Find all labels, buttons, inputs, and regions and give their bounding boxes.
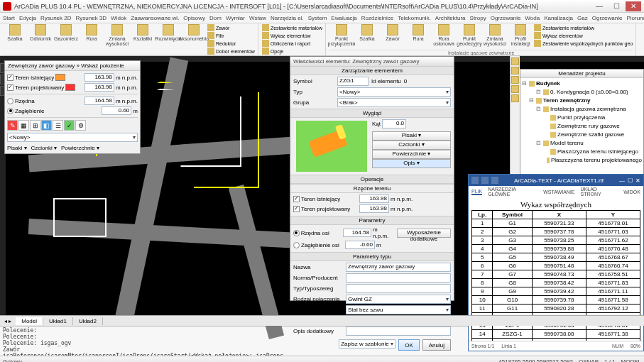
menu-item[interactable]: Gaz xyxy=(577,15,588,21)
group-combo[interactable]: <Brak> xyxy=(337,98,451,107)
tool-icon[interactable]: ☰ xyxy=(53,120,63,131)
ribbon-button[interactable]: Zmiana wysokości xyxy=(105,24,129,55)
ribbon-button[interactable]: Profil instalacji xyxy=(508,24,533,50)
menu-item[interactable]: Architektura xyxy=(435,15,466,21)
menu-item[interactable]: Telekomunik. xyxy=(398,15,431,21)
ribbon-button[interactable]: Rozwinięcie xyxy=(156,24,180,55)
filter-combo[interactable]: <Nowy> xyxy=(7,133,138,142)
param-input[interactable]: Stal bez szwu xyxy=(346,305,451,314)
style-button[interactable]: Opis ▾ xyxy=(372,159,451,168)
menu-item[interactable]: Opisowy xyxy=(183,15,205,21)
tree-node[interactable]: Płaszczyzna terenu projektowanego xyxy=(522,156,642,163)
style-dropdown[interactable]: Powierzchnie ▾ xyxy=(61,145,99,151)
ribbon-small-button[interactable]: Zestawienie współrzędnych punktów geo xyxy=(534,40,633,47)
menu-item[interactable]: Kanalizacja xyxy=(544,15,573,21)
menu-item[interactable]: Wstaw xyxy=(249,15,266,21)
zagl-osi-input[interactable]: -0.60 xyxy=(345,241,375,249)
zaglebienie-value[interactable]: 0.60 xyxy=(102,106,131,115)
zaglebienie-radio[interactable] xyxy=(7,108,13,114)
terrain-check[interactable]: ✓ xyxy=(7,75,13,81)
rzedna-osi-input[interactable]: 164.58 xyxy=(343,229,371,237)
tool-icon[interactable]: ✓ xyxy=(64,120,75,131)
tree-node[interactable]: ⊟0. Kondygnacja 0 (±0.00=0.00) xyxy=(522,88,642,97)
minimize-button[interactable]: — xyxy=(591,1,607,11)
layout-tab[interactable]: Model xyxy=(16,317,43,325)
tool-icon[interactable]: ◧ xyxy=(41,120,52,131)
style-dropdown[interactable]: Pisaki ▾ xyxy=(7,145,27,151)
type-combo[interactable]: <Nowy> xyxy=(337,87,451,97)
terrain-value[interactable]: 163.98 xyxy=(84,83,114,92)
layout-tab[interactable]: Układ2 xyxy=(73,317,103,325)
ok-button[interactable]: OK xyxy=(398,339,420,351)
menu-item[interactable]: Piorunochr. xyxy=(626,15,644,21)
ribbon-tab[interactable]: PLIK xyxy=(471,189,482,195)
tool-icon[interactable]: ▦ xyxy=(18,120,29,131)
param-input[interactable] xyxy=(346,327,451,336)
color-swatch[interactable] xyxy=(55,74,65,81)
tree-node[interactable]: Zewnętrzne szafki gazowe xyxy=(522,131,642,139)
value-input[interactable]: 163.98 xyxy=(359,204,389,213)
menu-item[interactable]: Stropy xyxy=(470,15,486,21)
ribbon-button[interactable]: Zawór xyxy=(381,24,405,50)
menu-item[interactable]: Ewaluacja xyxy=(331,15,356,21)
style-button[interactable]: Pisaki ▾ xyxy=(372,131,451,141)
menu-item[interactable]: Ogrzewanie xyxy=(491,15,521,21)
menu-item[interactable]: Edycja xyxy=(19,15,36,21)
ribbon-button[interactable]: Szafka xyxy=(3,24,27,55)
model-toggle[interactable]: MODEL xyxy=(621,358,641,362)
angle-input[interactable]: 0.0 xyxy=(382,119,406,128)
terrain-value[interactable]: 163.98 xyxy=(84,73,114,82)
ribbon-small-button[interactable]: Filtr xyxy=(207,32,255,39)
menu-item[interactable]: Woda xyxy=(525,15,540,21)
rzedna-osi-radio[interactable] xyxy=(293,230,300,236)
ribbon-button[interactable]: Zmiana wysokości xyxy=(483,24,507,50)
save-icon[interactable] xyxy=(481,177,489,184)
undo-icon[interactable] xyxy=(491,177,498,184)
ribbon-small-button[interactable]: Wykaz elementów xyxy=(262,32,322,39)
symbol-input[interactable]: ZZG1 xyxy=(337,77,369,86)
menu-item[interactable]: Widok xyxy=(111,15,126,21)
menu-item[interactable]: Zaawansowane wł. xyxy=(131,15,179,21)
ribbon-tab[interactable]: NARZĘDZIA GŁÓWNE xyxy=(488,187,537,197)
ribbon-small-button[interactable]: Zestawienie materiałów xyxy=(262,24,322,31)
close-button[interactable]: ✕ xyxy=(626,1,641,11)
ribbon-small-button[interactable]: Wykaz elementów xyxy=(534,32,633,39)
terrain-check[interactable]: ✓ xyxy=(7,84,13,91)
zagl-osi-radio[interactable] xyxy=(293,242,300,248)
ribbon-tab[interactable]: UKŁAD STRONY xyxy=(581,187,618,197)
save-template-combo[interactable]: Zapisz w szablonie xyxy=(339,339,395,349)
minimize-icon[interactable]: — xyxy=(619,177,625,184)
param-input[interactable]: Zewnętrzny zawór gazowy xyxy=(346,263,451,272)
color-swatch[interactable] xyxy=(65,84,75,91)
menu-item[interactable]: Ogrzewanie xyxy=(592,15,623,21)
tree-node[interactable]: Zewnętrzne rury gazowe xyxy=(522,122,642,131)
tool-icon[interactable]: ✎ xyxy=(7,120,18,131)
ribbon-small-button[interactable]: Obliczenia i raport xyxy=(262,40,322,47)
cancel-button[interactable]: Anuluj xyxy=(422,339,451,351)
terrain-check[interactable]: ✓ xyxy=(293,196,300,202)
rzedna-value[interactable]: 164.58 xyxy=(84,97,114,105)
param-input[interactable] xyxy=(346,273,451,283)
strip-icon[interactable] xyxy=(511,76,519,84)
ribbon-button[interactable]: Rura osłonowa xyxy=(432,24,456,50)
ribbon-button[interactable]: Kształtki xyxy=(131,24,155,55)
tree-node[interactable]: ⊟Instalacja gazowa zewnętrzna xyxy=(522,105,642,114)
menu-item[interactable]: Start xyxy=(3,15,15,21)
ribbon-button[interactable]: Rura xyxy=(406,24,430,50)
menu-item[interactable]: Rysunek 2D xyxy=(40,15,72,21)
maximize-icon[interactable]: ☐ xyxy=(628,177,633,184)
menu-item[interactable]: Wymiar xyxy=(226,15,245,21)
ribbon-button[interactable]: Rura xyxy=(80,24,104,55)
tree-node[interactable]: Płaszczyzna terenu istniejącego xyxy=(522,148,642,156)
style-dropdown[interactable]: Czcionki ▾ xyxy=(31,145,57,151)
ribbon-button[interactable]: Punkt przyłączenia xyxy=(329,24,354,50)
osnap-toggle[interactable]: OSNAP xyxy=(579,358,599,362)
strip-icon[interactable] xyxy=(511,94,519,102)
menu-item[interactable]: Rozdzielnice xyxy=(361,15,393,21)
tool-icon[interactable]: ⊞ xyxy=(30,120,40,131)
terrain-check[interactable]: ✓ xyxy=(293,206,300,212)
extra-equipment-button[interactable]: Wyposażenie dodatkowe xyxy=(397,229,451,238)
ribbon-small-button[interactable]: Zawór xyxy=(207,24,255,31)
style-button[interactable]: Powierzchnie ▾ xyxy=(372,150,451,159)
menu-item[interactable]: Rysunek 3D xyxy=(76,15,107,21)
